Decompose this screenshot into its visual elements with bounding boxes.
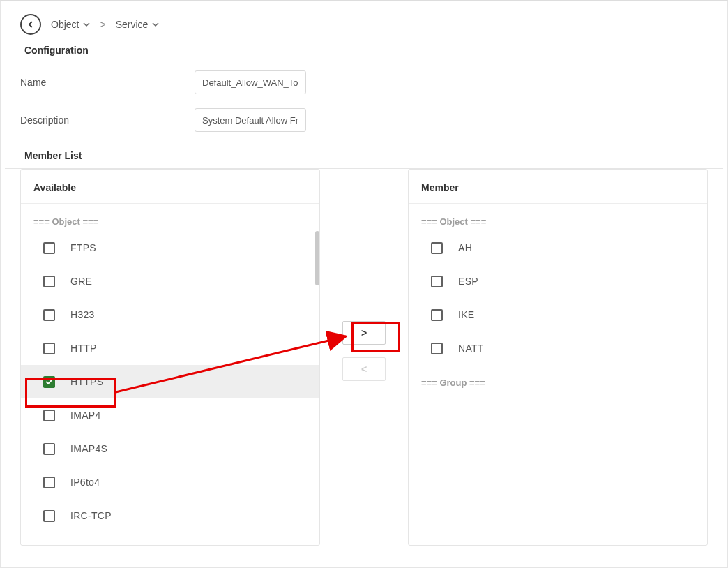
- item-label: AH: [458, 242, 472, 253]
- list-item[interactable]: HTTP: [21, 331, 319, 365]
- item-label: NATT: [458, 343, 484, 354]
- list-item[interactable]: NATT: [409, 331, 707, 365]
- chevron-right-icon: >: [361, 327, 367, 338]
- list-item[interactable]: IMAP4: [21, 398, 319, 432]
- checkbox[interactable]: [43, 510, 55, 522]
- crumb-service[interactable]: Service: [116, 19, 160, 30]
- available-list: FTPS GRE H323 HTTP H: [21, 231, 319, 532]
- checkbox[interactable]: [43, 309, 55, 321]
- remove-button[interactable]: <: [342, 357, 386, 381]
- checkbox[interactable]: [43, 443, 55, 455]
- list-item[interactable]: IKE: [409, 298, 707, 331]
- breadcrumb: Object > Service: [1, 1, 727, 45]
- list-item[interactable]: ESP: [409, 264, 707, 298]
- chevron-left-icon: <: [361, 364, 367, 375]
- item-label: IMAP4: [70, 410, 101, 421]
- name-label: Name: [20, 77, 195, 88]
- add-button[interactable]: >: [342, 321, 386, 345]
- list-item[interactable]: IP6to4: [21, 465, 319, 499]
- checkbox[interactable]: [43, 410, 55, 421]
- item-label: IRC-TCP: [70, 510, 112, 521]
- item-label: IP6to4: [70, 477, 100, 488]
- member-panel: Member === Object === AH ESP IKE NATT ==…: [408, 169, 708, 546]
- list-item-selected[interactable]: HTTPS: [21, 365, 319, 398]
- description-label: Description: [20, 114, 195, 126]
- checkbox[interactable]: [431, 309, 443, 321]
- available-panel: Available === Object === FTPS GRE H323: [20, 169, 320, 546]
- chevron-down-icon: [83, 21, 90, 28]
- list-item[interactable]: FTPS: [21, 231, 319, 264]
- transfer-buttons: > <: [333, 321, 395, 381]
- scrollbar[interactable]: [315, 231, 319, 285]
- item-label: IMAP4S: [70, 443, 107, 454]
- item-label: HTTPS: [70, 376, 103, 387]
- row-name: Name: [1, 63, 727, 101]
- checkbox[interactable]: [43, 276, 55, 287]
- chevron-down-icon: [152, 21, 159, 28]
- back-button[interactable]: [20, 14, 41, 35]
- member-group-label: === Object ===: [409, 204, 707, 231]
- item-label: HTTP: [70, 343, 97, 354]
- item-label: ESP: [458, 276, 478, 287]
- checkbox[interactable]: [43, 477, 55, 488]
- crumb-service-label: Service: [116, 19, 149, 30]
- item-label: H323: [70, 309, 95, 320]
- check-icon: [45, 378, 53, 386]
- list-item[interactable]: AH: [409, 231, 707, 264]
- list-item[interactable]: IRC-TCP: [21, 499, 319, 532]
- member-group-label-2: === Group ===: [409, 365, 707, 392]
- checkbox[interactable]: [431, 242, 443, 254]
- section-memberlist-title: Member List: [5, 139, 723, 169]
- list-item[interactable]: GRE: [21, 264, 319, 298]
- checkbox[interactable]: [431, 343, 443, 354]
- transfer-layout: Available === Object === FTPS GRE H323: [1, 169, 727, 562]
- section-configuration-title: Configuration: [5, 45, 723, 63]
- arrow-left-icon: [26, 20, 36, 29]
- name-input[interactable]: [195, 70, 306, 94]
- description-input[interactable]: [195, 108, 306, 132]
- checkbox[interactable]: [43, 343, 55, 354]
- list-item[interactable]: H323: [21, 298, 319, 331]
- list-item[interactable]: IMAP4S: [21, 432, 319, 465]
- row-description: Description: [1, 101, 727, 139]
- checkbox[interactable]: [431, 276, 443, 287]
- item-label: GRE: [70, 276, 92, 287]
- checkbox[interactable]: [43, 242, 55, 254]
- available-title: Available: [21, 170, 319, 204]
- crumb-object[interactable]: Object: [51, 19, 90, 30]
- crumb-object-label: Object: [51, 19, 79, 30]
- available-group-label: === Object ===: [21, 204, 319, 231]
- item-label: IKE: [458, 309, 474, 320]
- item-label: FTPS: [70, 242, 96, 253]
- crumb-separator: >: [100, 19, 105, 30]
- member-title: Member: [409, 170, 707, 204]
- checkbox-checked[interactable]: [43, 376, 55, 388]
